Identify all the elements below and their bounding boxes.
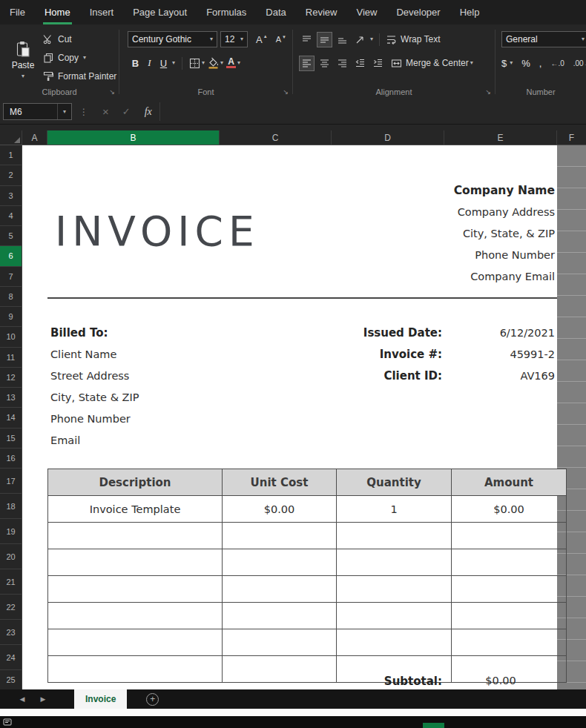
row-header[interactable]: 7 <box>0 267 22 287</box>
chevron-down-icon[interactable]: ▾ <box>57 104 71 119</box>
dialog-launcher-icon[interactable]: ↘ <box>283 89 289 96</box>
column-header-a[interactable]: A <box>22 130 47 145</box>
font-color-button[interactable]: A ▾ <box>226 58 240 68</box>
row-header[interactable]: 9 <box>0 307 22 327</box>
tab-data[interactable]: Data <box>256 0 295 24</box>
subtotal-value[interactable]: $0.00 <box>444 675 557 686</box>
client-email[interactable]: Email <box>50 430 139 451</box>
tab-review[interactable]: Review <box>296 0 347 24</box>
client-street[interactable]: Street Address <box>50 365 139 387</box>
cell[interactable] <box>452 549 567 576</box>
wrap-text-button[interactable]: Wrap Text <box>386 34 441 45</box>
cell[interactable] <box>48 603 223 629</box>
issued-date-value[interactable]: 6/12/2021 <box>500 322 555 344</box>
tab-insert[interactable]: Insert <box>80 0 124 24</box>
row-header[interactable]: 19 <box>0 519 22 544</box>
cell[interactable] <box>223 549 337 576</box>
number-format-select[interactable]: General ▾ <box>501 31 586 47</box>
company-email[interactable]: Company Email <box>454 266 555 288</box>
company-city-zip[interactable]: City, State, & ZIP <box>454 223 555 245</box>
company-address[interactable]: Company Address <box>454 202 555 223</box>
row-header[interactable]: 20 <box>0 544 22 569</box>
cell[interactable] <box>337 629 452 656</box>
client-id-label[interactable]: Client ID: <box>363 365 442 387</box>
client-id-value[interactable]: AV169 <box>500 365 555 387</box>
client-phone[interactable]: Phone Number <box>50 408 139 430</box>
cancel-button[interactable]: × <box>102 105 109 118</box>
invoice-title[interactable]: INVOICE <box>55 208 260 255</box>
cell[interactable] <box>452 523 567 549</box>
decrease-indent-button[interactable] <box>352 56 368 71</box>
comma-format-button[interactable]: , <box>539 58 542 69</box>
row-header-selected[interactable]: 6 <box>0 246 22 266</box>
cell[interactable] <box>337 576 452 603</box>
fill-color-button[interactable]: ▾ <box>208 57 223 69</box>
align-center-button[interactable] <box>317 56 332 71</box>
cell[interactable] <box>223 629 337 656</box>
row-header[interactable]: 11 <box>0 348 22 368</box>
borders-button[interactable]: ▾ <box>189 58 205 69</box>
select-all-button[interactable] <box>0 130 22 145</box>
italic-button[interactable]: I <box>144 57 155 69</box>
bold-button[interactable]: B <box>130 58 141 69</box>
row-header[interactable]: 8 <box>0 287 22 307</box>
client-name[interactable]: Client Name <box>50 344 139 365</box>
format-painter-button[interactable]: Format Painter <box>43 69 116 83</box>
percent-format-button[interactable]: % <box>521 58 530 69</box>
dialog-launcher-icon[interactable]: ↘ <box>485 89 491 96</box>
header-amount[interactable]: Amount <box>452 469 567 496</box>
cell[interactable] <box>223 523 337 549</box>
sheet-tab-invoice[interactable]: Invoice <box>74 689 127 709</box>
previous-sheet-icon[interactable]: ◀ <box>12 695 33 703</box>
column-header-e[interactable]: E <box>444 130 557 145</box>
chevron-down-icon[interactable]: ▾ <box>370 36 373 42</box>
cell[interactable] <box>452 576 567 603</box>
cell[interactable]: 1 <box>337 496 452 523</box>
header-unit-cost[interactable]: Unit Cost <box>223 469 337 496</box>
cell[interactable]: $0.00 <box>223 496 337 523</box>
invoice-meta-values[interactable]: 6/12/2021 45991-2 AV169 <box>500 322 555 387</box>
align-left-button[interactable] <box>299 56 315 71</box>
horizontal-scrollbar-track[interactable] <box>0 709 586 716</box>
cell[interactable] <box>337 523 452 549</box>
align-middle-button[interactable] <box>317 32 332 47</box>
billed-to-label[interactable]: Billed To: <box>50 322 139 344</box>
row-header[interactable]: 16 <box>0 449 22 469</box>
add-sheet-icon[interactable]: + <box>146 693 159 706</box>
column-header-f[interactable]: F <box>557 130 586 145</box>
row-header[interactable]: 4 <box>0 206 22 226</box>
cell[interactable]: Invoice Template <box>48 496 223 523</box>
row-header[interactable]: 15 <box>0 428 22 449</box>
increase-font-size-button[interactable]: A▲ <box>256 34 268 45</box>
row-header[interactable]: 10 <box>0 327 22 347</box>
row-header[interactable]: 18 <box>0 494 22 519</box>
align-right-button[interactable] <box>335 56 350 71</box>
row-header[interactable]: 17 <box>0 469 22 494</box>
font-size-select[interactable]: 12 ▾ <box>220 31 248 47</box>
row-header[interactable]: 12 <box>0 368 22 388</box>
copy-button[interactable]: Copy ▾ <box>43 50 116 64</box>
column-header-c[interactable]: C <box>220 130 332 145</box>
company-info-block[interactable]: Company Name Company Address City, State… <box>454 180 555 288</box>
currency-format-button[interactable]: $ ▾ <box>501 58 513 69</box>
billed-to-block[interactable]: Billed To: Client Name Street Address Ci… <box>50 322 139 451</box>
tab-file[interactable]: File <box>0 0 35 24</box>
tab-view[interactable]: View <box>346 0 386 24</box>
align-top-button[interactable] <box>299 32 315 47</box>
tab-help[interactable]: Help <box>450 0 490 24</box>
font-name-select[interactable]: Century Gothic ▾ <box>128 31 217 47</box>
cell[interactable]: $0.00 <box>452 496 567 523</box>
cut-button[interactable]: Cut <box>43 32 116 46</box>
cell[interactable] <box>223 656 337 683</box>
row-header[interactable]: 5 <box>0 226 22 246</box>
column-header-b[interactable]: B <box>47 130 220 145</box>
cell[interactable] <box>223 603 337 629</box>
client-city-zip[interactable]: City, State & ZIP <box>50 387 139 408</box>
column-header-d[interactable]: D <box>332 130 444 145</box>
cell[interactable] <box>48 656 223 683</box>
decrease-font-size-button[interactable]: A▼ <box>276 35 286 44</box>
tab-page-layout[interactable]: Page Layout <box>123 0 197 24</box>
insert-function-button[interactable]: fx <box>145 106 152 118</box>
align-bottom-button[interactable] <box>335 32 350 47</box>
row-header[interactable]: 25 <box>0 670 22 689</box>
